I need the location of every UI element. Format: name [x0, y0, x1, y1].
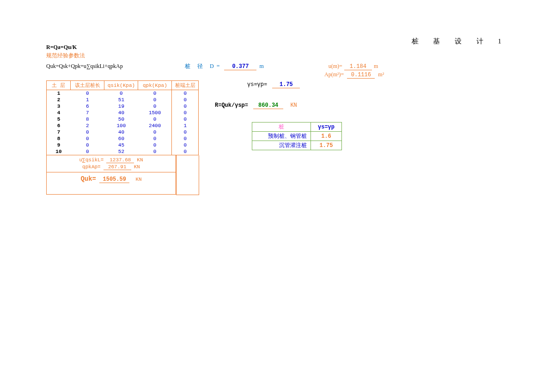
s2-label: qpkAp=	[82, 164, 101, 170]
u-label: u(m)=	[329, 63, 342, 70]
pile-header-row: 桩 γs=γp	[252, 122, 342, 132]
quk-label: Quk=	[80, 175, 96, 183]
s1-unit: KN	[137, 157, 143, 163]
soil-row: 6210024001	[47, 122, 199, 129]
sum-line-2: qpkAp= 267.91 KN	[50, 164, 172, 170]
soil-idx: 4	[47, 110, 71, 116]
soil-idx: 7	[47, 129, 71, 135]
soil-qpk: 0	[138, 103, 172, 110]
s2-unit: KN	[134, 164, 140, 170]
d-unit: m	[259, 63, 263, 70]
soil-end: 0	[172, 129, 199, 135]
th-qpk: qpk(Kpa)	[138, 81, 172, 90]
soil-len: 8	[71, 116, 104, 122]
soil-idx: 2	[47, 97, 71, 103]
soil-qsik: 60	[104, 135, 138, 142]
soil-qsik: 19	[104, 103, 138, 110]
soil-idx: 10	[47, 148, 71, 155]
soil-qpk: 2400	[138, 122, 172, 129]
soil-qsik: 50	[104, 116, 138, 122]
sum-block: u∑qsikL= 1237.68 KN qpkAp= 267.91 KN	[46, 155, 176, 172]
soil-header-row: 土 层 该土层桩长 qsik(Kpa) qpk(Kpa) 桩端土层	[47, 81, 199, 90]
soil-end: 1	[172, 122, 199, 129]
soil-end: 0	[172, 90, 199, 97]
soil-qsik: 45	[104, 142, 138, 148]
result-row: R=Quk/γsp= 860.34 KN	[215, 102, 342, 109]
soil-len: 0	[71, 129, 104, 135]
soil-len: 0	[71, 148, 104, 155]
sum-line-1: u∑qsikL= 1237.68 KN	[50, 157, 172, 163]
soil-idx: 6	[47, 122, 71, 129]
soil-row: 806000	[47, 135, 199, 142]
subtitle: 规范经验参数法	[46, 52, 508, 60]
soil-len: 7	[71, 110, 104, 116]
pile-th1: 桩	[252, 122, 311, 132]
soil-row: 704000	[47, 129, 199, 135]
pile-name: 预制桩、钢管桩	[252, 132, 311, 141]
soil-qsik: 52	[104, 148, 138, 155]
formula-row: Quk=Qsk+Qpk=u∑qsikLi+qpkAp 桩 径 D= 0.377 …	[46, 62, 508, 70]
soil-qsik: 0	[104, 90, 138, 97]
pile-row: 预制桩、钢管桩1.6	[252, 132, 342, 141]
pile-val: 1.6	[311, 132, 342, 141]
soil-qpk: 0	[138, 142, 172, 148]
soil-qsik: 40	[104, 110, 138, 116]
soil-len: 0	[71, 135, 104, 142]
sum-wrap: u∑qsikL= 1237.68 KN qpkAp= 267.91 KN Quk…	[46, 155, 201, 195]
soil-len: 2	[71, 122, 104, 129]
ap-value: 0.1116	[347, 72, 375, 79]
soil-row: 904500	[47, 142, 199, 148]
soil-idx: 9	[47, 142, 71, 148]
quk-block: Quk= 1505.59 KN	[46, 172, 176, 195]
gamma-row: γs=γp= 1.75	[247, 81, 342, 88]
soil-end: 0	[172, 142, 199, 148]
s2-value: 267.91	[103, 164, 131, 170]
soil-qpk: 1500	[138, 110, 172, 116]
soil-end: 0	[172, 97, 199, 103]
below-right-empty	[176, 155, 199, 195]
soil-row: 10000	[47, 90, 199, 97]
th-len: 该土层桩长	[71, 81, 104, 90]
result-value: 860.34	[253, 102, 283, 109]
s1-label: u∑qsikL=	[79, 157, 103, 163]
gamma-value: 1.75	[272, 81, 300, 88]
soil-qpk: 0	[138, 97, 172, 103]
soil-row: 474015000	[47, 110, 199, 116]
formula-rqa: R=Qa=Qu/K	[46, 44, 508, 51]
soil-qpk: 0	[138, 129, 172, 135]
soil-end: 0	[172, 116, 199, 122]
soil-idx: 3	[47, 103, 71, 110]
soil-qpk: 0	[138, 135, 172, 142]
d-value: 0.377	[224, 63, 256, 70]
ap-row: Ap(m²)= 0.1116 m²	[324, 71, 508, 79]
formula-quk: Quk=Qsk+Qpk=u∑qsikLi+qpkAp	[46, 63, 180, 70]
soil-len: 1	[71, 97, 104, 103]
soil-row: 215100	[47, 97, 199, 103]
quk-unit: KN	[135, 177, 141, 182]
soil-end: 0	[172, 148, 199, 155]
soil-table: 土 层 该土层桩长 qsik(Kpa) qpk(Kpa) 桩端土层 100002…	[46, 80, 199, 155]
soil-qpk: 0	[138, 148, 172, 155]
d-label: 桩 径 D=	[185, 62, 222, 70]
pile-type-table: 桩 γs=γp 预制桩、钢管桩1.6沉管灌注桩1.75	[252, 122, 342, 150]
soil-end: 0	[172, 135, 199, 142]
pile-row: 沉管灌注桩1.75	[252, 141, 342, 150]
left-column: 土 层 该土层桩长 qsik(Kpa) qpk(Kpa) 桩端土层 100002…	[46, 80, 201, 195]
pile-name: 沉管灌注桩	[252, 141, 311, 150]
result-label: R=Quk/γsp=	[215, 102, 248, 109]
soil-idx: 8	[47, 135, 71, 142]
soil-len: 6	[71, 103, 104, 110]
th-end: 桩端土层	[172, 81, 199, 90]
soil-idx: 5	[47, 116, 71, 122]
ap-label: Ap(m²)=	[324, 71, 344, 78]
soil-row: 585000	[47, 116, 199, 122]
right-column: γs=γp= 1.75 R=Quk/γsp= 860.34 KN 桩 γs=γp…	[215, 80, 342, 150]
soil-len: 0	[71, 90, 104, 97]
u-value: 1.184	[344, 63, 372, 70]
soil-row: 361900	[47, 103, 199, 110]
soil-qsik: 51	[104, 97, 138, 103]
soil-qpk: 0	[138, 116, 172, 122]
quk-value: 1505.59	[99, 176, 129, 183]
gamma-label: γs=γp=	[247, 81, 267, 88]
result-unit: KN	[290, 102, 297, 109]
